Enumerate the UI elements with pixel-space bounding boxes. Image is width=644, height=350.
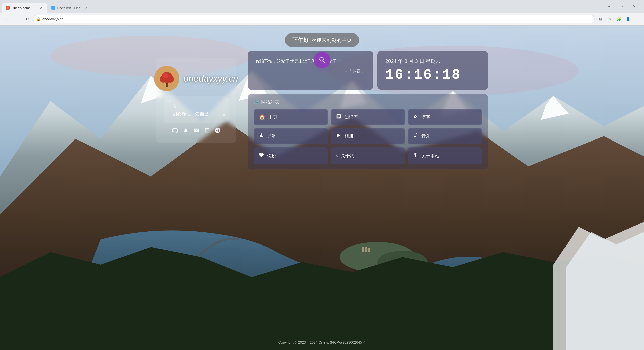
forward-button[interactable]: →	[13, 15, 21, 23]
social-links	[172, 128, 220, 135]
link-icon: 🔗	[254, 99, 259, 105]
nav-actions: ⊡ ☆ 🧩 👤 ⋮	[597, 15, 641, 23]
wiki-icon	[336, 114, 341, 121]
tab-favicon-2	[51, 6, 55, 10]
menu-button[interactable]: ⋮	[633, 15, 641, 23]
svg-rect-14	[368, 248, 370, 252]
profile-card: onedayxyy.cn " 彦： 明心静性，爱自己 "	[156, 58, 236, 143]
profile-quote-label: 彦：	[173, 103, 223, 109]
moments-icon	[259, 152, 264, 159]
tab-favicon-1	[6, 6, 10, 10]
mail-link[interactable]	[194, 128, 199, 135]
address-bar[interactable]: 🔒 onedayxyy.cn	[33, 15, 595, 23]
website-content: 下午好 欢迎来到朝的主页	[0, 26, 644, 350]
nav-icon	[259, 133, 264, 140]
greeting-text: 下午好	[292, 36, 309, 44]
nav-link-about-site-label: 关于本站	[421, 153, 439, 159]
nav-link-about-me[interactable]: › 关于我	[331, 147, 405, 164]
nav-links-title: 网站列表	[261, 99, 279, 105]
nav-link-album[interactable]: 相册	[331, 128, 405, 144]
quote-close: "	[223, 113, 225, 121]
footer-text: Copyright © 2023 – 2024 One & 陇ICP备20230…	[278, 340, 366, 344]
svg-rect-13	[365, 247, 367, 252]
profile-quote-box: " 彦： 明心静性，爱自己 "	[164, 96, 229, 123]
search-icon	[318, 56, 326, 63]
avatar-svg	[154, 66, 179, 91]
tab-title-1: Ones's home	[12, 6, 37, 10]
nav-link-wiki-label: 知识库	[344, 114, 358, 120]
nav-links-grid: 🏠 主页 知识库 博客	[254, 109, 482, 164]
about-me-icon: ›	[336, 152, 338, 160]
nav-link-moments[interactable]: 说说	[254, 147, 328, 164]
close-button[interactable]: ✕	[628, 2, 640, 10]
window-controls: － □ ✕	[603, 2, 642, 10]
svg-line-19	[323, 61, 325, 63]
avatar-container: onedayxyy.cn	[154, 66, 238, 91]
nav-link-blog[interactable]: 博客	[408, 109, 482, 125]
nav-bar: ← → ↻ 🔒 onedayxyy.cn ⊡ ☆ 🧩 👤 ⋮	[0, 13, 644, 26]
nav-link-moments-label: 说说	[267, 153, 276, 159]
back-button[interactable]: ←	[3, 15, 11, 23]
about-site-icon	[413, 152, 418, 159]
nav-link-about-site[interactable]: 关于本站	[408, 147, 482, 164]
svg-point-24	[167, 76, 174, 83]
profile-button[interactable]: 👤	[624, 15, 632, 23]
nav-link-nav-label: 导航	[267, 133, 276, 139]
home-icon: 🏠	[259, 114, 265, 120]
greeting-subtitle: 欢迎来到朝的主页	[311, 37, 352, 44]
tab-title-2: One's wiki | One	[57, 6, 82, 10]
extensions-button[interactable]: 🧩	[615, 15, 623, 23]
cast-button[interactable]: ⊡	[597, 15, 605, 23]
tab-ones-wiki[interactable]: One's wiki | One ✕	[47, 3, 93, 13]
tab-ones-home[interactable]: Ones's home ✕	[2, 3, 47, 13]
github-link[interactable]	[172, 128, 178, 135]
nav-link-wiki[interactable]: 知识库	[331, 109, 405, 125]
nav-link-home[interactable]: 🏠 主页	[254, 109, 328, 125]
search-button[interactable]	[314, 52, 330, 68]
bell-link[interactable]	[183, 128, 189, 135]
tab-strip: Ones's home ✕ One's wiki | One ✕ +	[2, 0, 603, 13]
address-text: onedayxyy.cn	[42, 17, 591, 21]
header-area: 下午好 欢迎来到朝的主页	[0, 26, 644, 68]
nav-link-music[interactable]: 音乐	[408, 128, 482, 144]
nav-link-about-me-label: 关于我	[341, 153, 354, 159]
svg-rect-12	[362, 247, 364, 252]
telegram-link[interactable]	[215, 128, 220, 135]
right-column: 你怕不怕，这辈子就是上辈子所说的下辈子？ －「 抖音 」 2024 年 8 月 …	[248, 51, 488, 169]
blog-icon	[413, 114, 418, 121]
nav-link-nav[interactable]: 导航	[254, 128, 328, 144]
nav-links-header: 🔗 网站列表	[254, 99, 482, 105]
title-bar: Ones's home ✕ One's wiki | One ✕ + － □ ✕	[0, 0, 644, 13]
quote-source: －「 抖音 」	[256, 68, 365, 74]
new-tab-button[interactable]: +	[94, 6, 101, 13]
avatar	[154, 66, 179, 91]
footer: Copyright © 2023 – 2024 One & 陇ICP备20230…	[0, 340, 644, 345]
nav-links-card: 🔗 网站列表 🏠 主页 知识库	[248, 94, 488, 169]
calendar-link[interactable]	[204, 128, 210, 135]
bookmark-button[interactable]: ☆	[606, 15, 614, 23]
quote-open: "	[167, 99, 170, 107]
lock-icon: 🔒	[36, 17, 41, 21]
site-name: onedayxyy.cn	[183, 73, 238, 84]
tab-close-1[interactable]: ✕	[39, 6, 43, 10]
nav-link-blog-label: 博客	[421, 114, 430, 120]
svg-point-25	[163, 73, 168, 78]
nav-link-music-label: 音乐	[421, 133, 430, 139]
svg-marker-26	[337, 133, 340, 138]
profile-quote-text: 明心静性，爱自己	[173, 110, 223, 118]
time-text: 16:16:18	[385, 67, 480, 83]
album-icon	[336, 133, 341, 140]
minimize-button[interactable]: －	[603, 2, 615, 10]
nav-link-album-label: 相册	[344, 133, 353, 139]
nav-link-home-label: 主页	[268, 114, 277, 120]
music-icon	[413, 133, 418, 140]
tab-close-2[interactable]: ✕	[84, 6, 89, 10]
greeting-pill: 下午好 欢迎来到朝的主页	[285, 33, 359, 47]
maximize-button[interactable]: □	[616, 2, 627, 10]
refresh-button[interactable]: ↻	[23, 15, 31, 23]
